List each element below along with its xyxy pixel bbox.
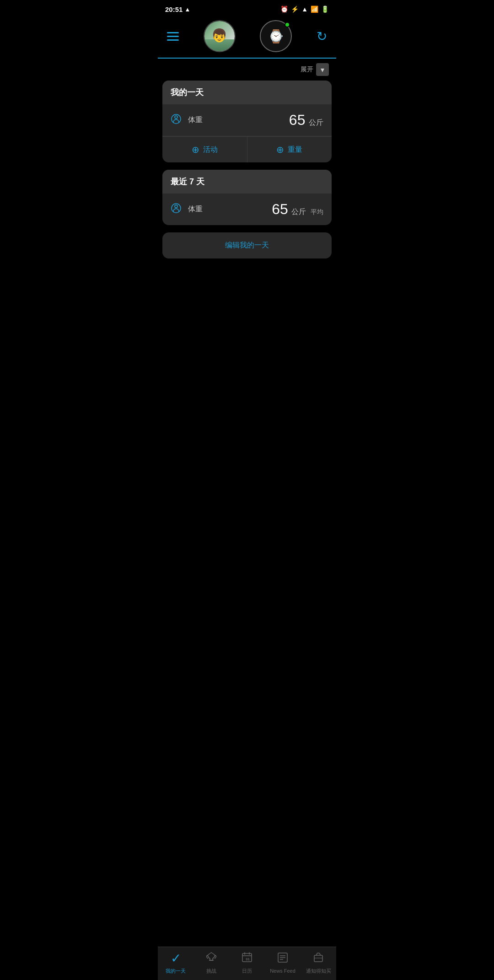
refresh-button[interactable]: ↻ <box>317 29 327 44</box>
expand-row: 展开 ▾ <box>158 59 336 81</box>
recent-title: 最近 7 天 <box>171 177 204 186</box>
my-day-card-body: 体重 65 公斤 ⊕ 活动 ⊕ 重量 <box>162 104 332 162</box>
bluetooth-icon: ⚡ <box>291 5 299 13</box>
weight-action-label: 重量 <box>288 145 302 155</box>
location-icon: ▲ <box>184 6 190 13</box>
expand-label: 展开 <box>301 65 313 74</box>
weight-label: 体重 <box>188 115 289 125</box>
edit-my-day-button[interactable]: 编辑我的一天 <box>162 232 332 258</box>
recent-card-header: 最近 7 天 <box>162 170 332 194</box>
recent-card-body: 体重 65 公斤 平均 <box>162 194 332 225</box>
time-display: 20:51 <box>165 5 183 13</box>
weight-icon <box>171 113 182 127</box>
add-activity-button[interactable]: ⊕ 活动 <box>162 137 247 162</box>
my-day-card: 我的一天 体重 65 公斤 ⊕ <box>162 81 332 162</box>
svg-point-3 <box>175 205 177 208</box>
wifi-icon: ▲ <box>301 5 308 13</box>
signal-icon: 📶 <box>311 5 318 13</box>
recent-weight-icon <box>171 203 182 216</box>
alarm-icon: ⏰ <box>280 5 288 13</box>
recent-weight-value: 65 公斤 平均 <box>272 201 323 218</box>
edit-button-container: 编辑我的一天 <box>162 232 332 258</box>
my-day-card-header: 我的一天 <box>162 81 332 104</box>
recent-weight-label: 体重 <box>188 205 272 214</box>
my-day-actions: ⊕ 活动 ⊕ 重量 <box>162 136 332 162</box>
weight-row: 体重 65 公斤 <box>162 104 332 136</box>
watch-device[interactable]: ⌚ <box>260 20 292 52</box>
menu-button[interactable] <box>167 32 179 41</box>
recent-7-days-card: 最近 7 天 体重 65 公斤 平均 <box>162 170 332 225</box>
watch-icon: ⌚ <box>268 29 284 44</box>
my-day-title: 我的一天 <box>171 88 204 97</box>
main-content: 展开 ▾ 我的一天 体重 65 公斤 <box>158 59 336 304</box>
chevron-down-icon: ▾ <box>321 65 324 74</box>
add-weight-button[interactable]: ⊕ 重量 <box>247 137 332 162</box>
activity-label: 活动 <box>203 145 218 155</box>
user-avatar[interactable]: 👦 <box>204 20 236 52</box>
plus-icon-activity: ⊕ <box>192 144 199 155</box>
recent-weight-row: 体重 65 公斤 平均 <box>162 194 332 225</box>
status-icons: ⏰ ⚡ ▲ 📶 🔋 <box>280 5 329 13</box>
battery-icon: 🔋 <box>321 5 329 13</box>
svg-point-1 <box>175 116 177 118</box>
status-bar: 20:51 ▲ ⏰ ⚡ ▲ 📶 🔋 <box>158 0 336 16</box>
expand-button[interactable]: ▾ <box>316 63 329 76</box>
weight-value: 65 公斤 <box>289 112 323 129</box>
online-indicator <box>285 22 290 27</box>
status-time-area: 20:51 ▲ <box>165 5 190 13</box>
plus-icon-weight: ⊕ <box>276 144 284 155</box>
app-header: 👦 ⌚ ↻ <box>158 16 336 59</box>
